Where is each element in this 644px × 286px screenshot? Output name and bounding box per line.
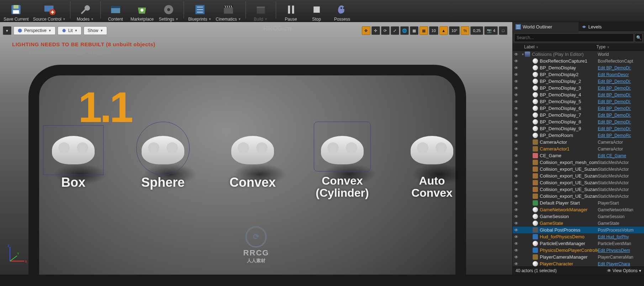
view-options-button[interactable]: 👁View Options ▾ [607, 268, 641, 273]
visibility-eye-icon[interactable]: 👁 [514, 86, 520, 91]
row-type[interactable]: Edit RoomDescr [598, 72, 644, 77]
camera-speed-button[interactable]: 📷4 [484, 26, 498, 35]
surface-snap-button[interactable]: ▦ [410, 26, 418, 35]
visibility-eye-icon[interactable]: 👁 [514, 167, 520, 172]
scale-mode-button[interactable]: ⤢ [391, 26, 399, 35]
outliner-tree[interactable]: 👁 ▾ Collisions (Play In Editor) World 👁B… [513, 51, 644, 266]
pause-button[interactable]: Pause [280, 0, 302, 22]
viewport-options-button[interactable]: ▾ [3, 26, 11, 35]
visibility-eye-icon[interactable]: 👁 [514, 255, 520, 260]
visibility-eye-icon[interactable]: 👁 [514, 106, 520, 111]
tree-row[interactable]: 👁Default Player StartPlayerStart [513, 200, 644, 206]
row-type[interactable]: Edit BP_DemoDi: [598, 106, 644, 111]
row-type[interactable]: Edit PhysicsDem [598, 248, 644, 253]
tree-row[interactable]: 👁GameSessionGameSession [513, 213, 644, 220]
tree-row[interactable]: 👁GameStateGameState [513, 220, 644, 227]
tree-row[interactable]: 👁PhysicsDemoPlayerControllerEdit Physics… [513, 247, 644, 254]
tree-row[interactable]: 👁Collision_export_UE_Suzanne_boxStaticMe… [513, 173, 644, 179]
visibility-eye-icon[interactable]: 👁 [514, 207, 520, 212]
tree-row[interactable]: 👁Global PostProcessPostProcessVolum [513, 227, 644, 233]
tree-row[interactable]: 👁PlayerCameraManagerPlayerCameraMan [513, 254, 644, 260]
tab-levels[interactable]: Levels [579, 22, 644, 32]
stop-button[interactable]: Stop [306, 0, 327, 22]
tree-row[interactable]: 👁BP_DemoRoomEdit BP_DemoRc [513, 132, 644, 139]
visibility-eye-icon[interactable]: 👁 [514, 180, 520, 185]
tree-row[interactable]: 👁BP_DemoDisplay_7Edit BP_DemoDi: [513, 112, 644, 118]
visibility-eye-icon[interactable]: 👁 [514, 65, 520, 70]
row-type[interactable]: Edit BP_DemoDi: [598, 79, 644, 84]
tree-row[interactable]: 👁BP_DemoDisplayEdit BP_DemoDi: [513, 64, 644, 71]
tree-row[interactable]: 👁BP_DemoDisplay_9Edit BP_DemoDi: [513, 125, 644, 132]
source-control-button[interactable]: Source Control▼ [33, 0, 66, 22]
visibility-eye-icon[interactable]: 👁 [514, 92, 520, 97]
search-input[interactable] [514, 33, 634, 42]
scale-snap-button[interactable]: % [461, 26, 469, 35]
tree-row[interactable]: 👁Collision_export_UE_Suzanne_sphereStati… [513, 193, 644, 200]
visibility-eye-icon[interactable]: 👁 [514, 126, 520, 131]
column-type[interactable]: Type▼ [596, 44, 643, 49]
tree-row[interactable]: 👁BP_DemoDisplay_5Edit BP_DemoDi: [513, 98, 644, 105]
row-type[interactable]: Edit BP_DemoDi: [598, 92, 644, 97]
row-type[interactable]: Edit CE_Game [598, 153, 644, 158]
row-type[interactable]: Edit BP_DemoDi: [598, 120, 644, 125]
expand-icon[interactable]: ▾ [521, 52, 525, 56]
row-type[interactable]: Edit BP_DemoDi: [598, 113, 644, 118]
viewport[interactable]: ▾ Perspective ▼ Lit ▼ Show ▼ ✥ ✢ ⟳ ⤢ 🌐 ▦ [0, 22, 512, 275]
row-type[interactable]: Edit Hud_forPhy [598, 234, 644, 239]
tree-row[interactable]: 👁BP_DemoDisplay_3Edit BP_DemoDi: [513, 85, 644, 91]
visibility-eye-icon[interactable]: 👁 [514, 79, 520, 84]
tree-row[interactable]: 👁Hud_forPhysicsDemoEdit Hud_forPhy [513, 233, 644, 240]
tree-row[interactable]: 👁Collision_export_UE_Suzanne_convexStati… [513, 179, 644, 186]
visibility-eye-icon[interactable]: 👁 [514, 59, 520, 64]
visibility-eye-icon[interactable]: 👁 [514, 241, 520, 246]
visibility-eye-icon[interactable]: 👁 [514, 120, 520, 125]
tree-row[interactable]: 👁CameraActorCameraActor [513, 139, 644, 145]
tree-row[interactable]: 👁BP_DemoDisplay_6Edit BP_DemoDi: [513, 105, 644, 112]
modes-button[interactable]: Modes▼ [75, 0, 96, 22]
cinematics-button[interactable]: Cinematics▼ [216, 0, 241, 22]
tree-row[interactable]: 👁BP_DemoDisplay_4Edit BP_DemoDi: [513, 91, 644, 98]
visibility-eye-icon[interactable]: 👁 [514, 228, 520, 233]
possess-button[interactable]: Possess [332, 0, 353, 22]
marketplace-button[interactable]: Marketplace [131, 0, 154, 22]
angle-snap-value-button[interactable]: 10° [449, 26, 460, 35]
tree-row[interactable]: 👁BP_DemoDisplay2Edit RoomDescr [513, 71, 644, 78]
coord-button[interactable]: 🌐 [400, 26, 409, 35]
row-type[interactable]: Edit BP_DemoDi: [598, 86, 644, 91]
visibility-eye-icon[interactable]: 👁 [514, 261, 520, 266]
tree-row[interactable]: 👁BP_DemoDisplay_2Edit BP_DemoDi: [513, 78, 644, 85]
tree-row[interactable]: 👁BoxReflectionCapture1BoxReflectionCapt [513, 58, 644, 64]
row-type[interactable]: Edit BP_DemoRc [598, 133, 644, 138]
translate-mode-button[interactable]: ✢ [371, 26, 380, 35]
visibility-eye-icon[interactable]: 👁 [514, 201, 520, 206]
column-label[interactable]: Label▼ [514, 44, 596, 49]
rotate-mode-button[interactable]: ⟳ [381, 26, 390, 35]
tree-row[interactable]: 👁GameNetworkManagerGameNetworkMan [513, 206, 644, 213]
visibility-eye-icon[interactable]: 👁 [514, 248, 520, 253]
visibility-eye-icon[interactable]: 👁 [514, 113, 520, 118]
visibility-eye-icon[interactable]: 👁 [514, 147, 520, 152]
maximize-viewport-button[interactable]: □ [499, 26, 507, 35]
row-type[interactable]: Edit BP_DemoDi: [598, 65, 644, 70]
tree-row[interactable]: 👁BP_DemoDisplay_8Edit BP_DemoDi: [513, 118, 644, 125]
grid-snap-button[interactable]: ▦ [419, 26, 428, 35]
settings-button[interactable]: Settings▼ [158, 0, 179, 22]
tree-row[interactable]: 👁PlayerCharacterEdit PlayerChara [513, 260, 644, 266]
tree-row[interactable]: 👁CE_GameEdit CE_Game [513, 152, 644, 159]
scale-snap-value-button[interactable]: 0,25 [470, 26, 483, 35]
visibility-eye-icon[interactable]: 👁 [514, 52, 520, 57]
visibility-eye-icon[interactable]: 👁 [514, 153, 520, 158]
tree-root[interactable]: 👁 ▾ Collisions (Play In Editor) World [513, 51, 644, 58]
angle-snap-button[interactable]: ▲ [439, 26, 448, 35]
row-type[interactable]: Edit PlayerChara [598, 261, 644, 266]
tree-row[interactable]: 👁CameraActor1CameraActor [513, 145, 644, 152]
tree-row[interactable]: 👁Collision_export_UE_Suzanne_autocoStati… [513, 166, 644, 173]
tree-row[interactable]: 👁ParticleEventManagerParticleEventMan [513, 240, 644, 247]
visibility-eye-icon[interactable]: 👁 [514, 194, 520, 199]
build-button[interactable]: Build▼ [250, 0, 271, 22]
lit-button[interactable]: Lit ▼ [58, 26, 82, 35]
row-type[interactable]: Edit BP_DemoDi: [598, 99, 644, 104]
grid-snap-value-button[interactable]: 10 [429, 26, 438, 35]
search-button[interactable]: 🔍 [635, 33, 643, 42]
save-current-button[interactable]: Save Current [4, 0, 29, 22]
